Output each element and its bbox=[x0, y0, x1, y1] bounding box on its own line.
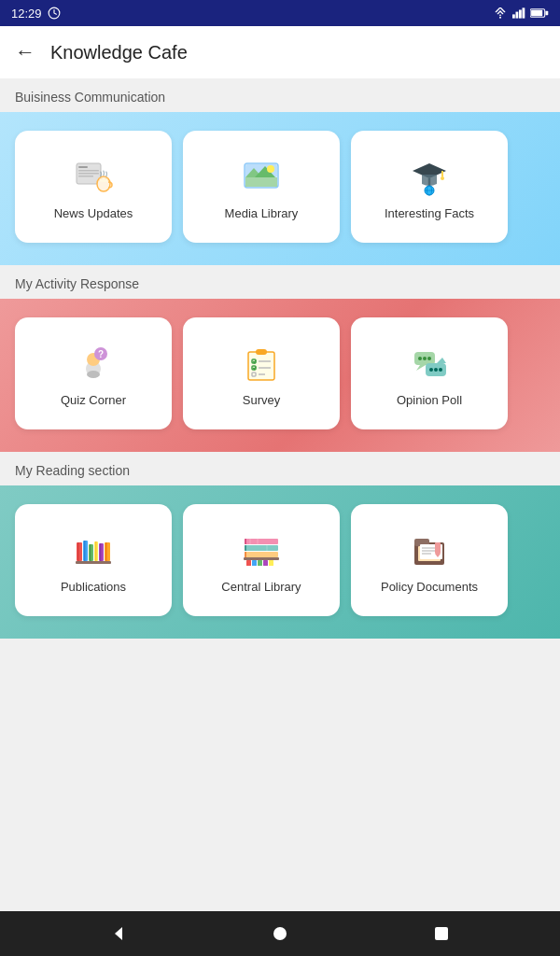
time: 12:29 bbox=[11, 7, 42, 21]
svg-rect-87 bbox=[435, 542, 441, 554]
publications-label: Publications bbox=[61, 580, 126, 594]
svg-rect-76 bbox=[252, 560, 257, 566]
section-label-business: Buisiness Communication bbox=[0, 78, 560, 112]
svg-marker-89 bbox=[115, 927, 122, 940]
svg-rect-53 bbox=[77, 542, 79, 561]
status-left: 12:29 bbox=[11, 7, 61, 21]
news-updates-label: News Updates bbox=[54, 206, 133, 220]
svg-rect-20 bbox=[245, 177, 277, 187]
svg-rect-5 bbox=[523, 7, 525, 18]
card-policy-documents[interactable]: Policy Documents bbox=[351, 504, 508, 616]
card-news-updates[interactable]: News Updates bbox=[15, 131, 172, 243]
svg-rect-2 bbox=[512, 14, 515, 18]
bottom-navigation bbox=[0, 911, 560, 956]
svg-rect-79 bbox=[269, 560, 273, 566]
svg-point-24 bbox=[441, 176, 444, 180]
svg-rect-57 bbox=[90, 544, 91, 561]
svg-rect-12 bbox=[78, 173, 99, 175]
svg-rect-66 bbox=[245, 539, 246, 544]
media-library-label: Media Library bbox=[225, 206, 299, 220]
svg-rect-4 bbox=[519, 10, 522, 19]
svg-rect-52 bbox=[77, 542, 82, 561]
svg-rect-77 bbox=[258, 560, 262, 566]
survey-icon bbox=[239, 341, 284, 386]
svg-marker-43 bbox=[416, 365, 426, 371]
battery-icon bbox=[530, 7, 549, 19]
svg-point-45 bbox=[423, 357, 427, 360]
section-band-reading: Publications bbox=[0, 485, 560, 639]
media-icon bbox=[239, 154, 284, 199]
clock-icon bbox=[48, 7, 61, 20]
svg-rect-10 bbox=[78, 166, 88, 168]
card-central-library[interactable]: Central Library bbox=[183, 504, 340, 616]
svg-rect-35 bbox=[256, 349, 267, 355]
survey-label: Survey bbox=[243, 393, 280, 407]
svg-point-46 bbox=[427, 357, 431, 360]
page-title: Knowledge Cafe bbox=[50, 42, 188, 63]
svg-marker-48 bbox=[437, 358, 446, 363]
svg-rect-67 bbox=[245, 545, 278, 551]
card-publications[interactable]: Publications bbox=[15, 504, 172, 616]
signal-icon bbox=[512, 7, 525, 19]
books-multi-icon bbox=[239, 527, 284, 572]
back-button[interactable]: ← bbox=[15, 40, 35, 64]
svg-rect-78 bbox=[263, 560, 268, 566]
svg-point-44 bbox=[418, 357, 422, 360]
top-bar: ← Knowledge Cafe bbox=[0, 26, 560, 78]
svg-rect-69 bbox=[245, 552, 278, 557]
svg-point-51 bbox=[439, 368, 442, 372]
svg-point-15 bbox=[99, 178, 108, 182]
back-nav-button[interactable] bbox=[107, 922, 130, 945]
graduation-icon bbox=[407, 154, 452, 199]
section-band-activity: ? Quiz Corner bbox=[0, 299, 560, 452]
svg-point-21 bbox=[267, 165, 274, 173]
section-label-activity: My Activity Response bbox=[0, 265, 560, 299]
svg-text:?: ? bbox=[98, 349, 104, 359]
svg-rect-70 bbox=[245, 552, 246, 557]
svg-rect-61 bbox=[100, 543, 102, 561]
svg-rect-74 bbox=[244, 557, 279, 560]
central-library-label: Central Library bbox=[221, 580, 301, 594]
quiz-corner-label: Quiz Corner bbox=[61, 393, 126, 407]
svg-point-1 bbox=[499, 17, 501, 19]
newspaper-icon bbox=[71, 154, 116, 199]
books-color-icon bbox=[71, 527, 116, 572]
svg-rect-68 bbox=[245, 545, 246, 551]
svg-rect-11 bbox=[78, 170, 99, 172]
wifi-icon bbox=[493, 7, 508, 19]
status-right bbox=[493, 7, 549, 19]
svg-rect-7 bbox=[531, 10, 542, 16]
svg-rect-75 bbox=[246, 560, 251, 566]
svg-point-90 bbox=[273, 927, 287, 940]
svg-rect-62 bbox=[105, 542, 110, 561]
card-survey[interactable]: Survey bbox=[183, 317, 340, 429]
quiz-icon: ? bbox=[71, 341, 116, 386]
card-quiz-corner[interactable]: ? Quiz Corner bbox=[15, 317, 172, 429]
main-content: Buisiness Communication bbox=[0, 78, 560, 911]
section-band-business: News Updates bbox=[0, 112, 560, 265]
interesting-facts-label: Interesting Facts bbox=[385, 206, 474, 220]
opinion-icon bbox=[407, 341, 452, 386]
home-nav-button[interactable] bbox=[269, 922, 291, 945]
svg-rect-55 bbox=[84, 541, 86, 561]
card-opinion-poll[interactable]: Opinion Poll bbox=[351, 317, 508, 429]
policy-icon bbox=[407, 527, 452, 572]
svg-point-33 bbox=[87, 371, 100, 378]
status-bar: 12:29 bbox=[0, 0, 560, 26]
svg-point-49 bbox=[429, 368, 433, 372]
recent-nav-button[interactable] bbox=[430, 922, 453, 945]
svg-rect-91 bbox=[435, 927, 448, 940]
svg-rect-59 bbox=[95, 541, 97, 561]
section-label-reading: My Reading section bbox=[0, 452, 560, 485]
svg-rect-13 bbox=[78, 176, 93, 177]
svg-rect-64 bbox=[76, 561, 111, 564]
policy-documents-label: Policy Documents bbox=[381, 580, 478, 594]
svg-rect-65 bbox=[245, 539, 278, 544]
card-media-library[interactable]: Media Library bbox=[183, 131, 340, 243]
svg-rect-63 bbox=[105, 542, 107, 561]
card-interesting-facts[interactable]: Interesting Facts bbox=[351, 131, 508, 243]
opinion-poll-label: Opinion Poll bbox=[397, 393, 462, 407]
svg-point-50 bbox=[434, 368, 438, 372]
svg-rect-3 bbox=[516, 12, 519, 19]
svg-rect-8 bbox=[545, 11, 548, 15]
